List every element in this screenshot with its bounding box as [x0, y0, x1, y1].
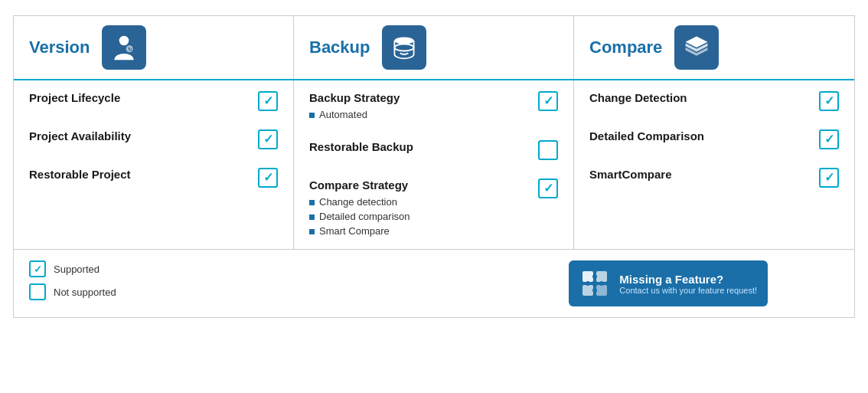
change-detection-checkbox [819, 91, 839, 111]
svg-point-14 [592, 288, 597, 293]
missing-feature-text-block: Missing a Feature? Contact us with your … [619, 273, 757, 295]
feature-compare-strategy: Compare Strategy Change detection Detail… [309, 178, 558, 238]
feature-restorable-project-name: Restorable Project [29, 168, 247, 181]
missing-feature-title: Missing a Feature? [619, 273, 757, 286]
bullet-change-detection: Change detection [309, 195, 527, 209]
person-icon: ↻ [110, 34, 138, 61]
feature-backup-strategy: Backup Strategy Automated [309, 91, 558, 122]
missing-feature-subtitle: Contact us with your feature request! [619, 286, 757, 295]
feature-change-detection: Change Detection [589, 91, 839, 111]
feature-smart-compare-name: SmartCompare [589, 168, 808, 181]
svg-point-0 [119, 36, 129, 46]
svg-text:↻: ↻ [129, 46, 133, 53]
svg-point-3 [395, 38, 414, 44]
restorable-backup-checkbox [538, 140, 558, 160]
bullet-square-icon [309, 113, 315, 118]
version-col: Project Lifecycle Project Availability R… [14, 80, 294, 249]
feature-detailed-comparison-text: Detailed Comparison [589, 129, 808, 146]
legend-not-supported-label: Not supported [54, 287, 116, 298]
version-icon-container: ↻ [102, 25, 146, 70]
legend-supported-label: Supported [54, 264, 100, 275]
feature-restorable-project: Restorable Project [29, 168, 278, 188]
svg-marker-7 [686, 47, 708, 56]
backup-strategy-bullets: Automated [309, 107, 527, 122]
bullet-detailed-comparison: Detailed comparison [309, 209, 527, 224]
detailed-comparison-checkbox [819, 129, 839, 149]
bullet-square-icon [309, 215, 315, 220]
content-row: Project Lifecycle Project Availability R… [14, 80, 854, 249]
feature-project-lifecycle-text: Project Lifecycle [29, 91, 247, 107]
legend-not-supported-checkbox [29, 283, 46, 300]
compare-col: Change Detection Detailed Comparison Sma… [574, 80, 854, 249]
smart-compare-checkbox [819, 168, 839, 188]
feature-restorable-backup: Restorable Backup [309, 140, 558, 160]
compare-strategy-checkbox [538, 178, 558, 198]
header-compare-title: Compare [589, 38, 662, 57]
feature-project-lifecycle-name: Project Lifecycle [29, 91, 247, 104]
feature-restorable-backup-text: Restorable Backup [309, 140, 527, 156]
feature-change-detection-text: Change Detection [589, 91, 808, 107]
svg-point-15 [599, 281, 604, 286]
bottom-row: Supported Not supported [14, 249, 854, 317]
svg-rect-11 [596, 285, 607, 296]
svg-point-12 [592, 274, 597, 279]
compare-icon-container [674, 25, 719, 70]
feature-backup-strategy-text: Backup Strategy Automated [309, 91, 527, 122]
header-backup-title: Backup [309, 38, 370, 57]
bullet-square-icon [309, 229, 315, 234]
puzzle-icon [579, 268, 610, 299]
svg-rect-8 [582, 271, 593, 282]
bullet-smart-compare: Smart Compare [309, 224, 527, 238]
legend-supported: Supported [29, 260, 299, 277]
legend-supported-checkbox [29, 260, 46, 277]
header-version: Version ↻ [14, 16, 294, 79]
feature-compare-strategy-text: Compare Strategy Change detection Detail… [309, 178, 527, 238]
backup-icon-container [382, 25, 426, 70]
bullet-square-icon [309, 200, 315, 205]
bullet-automated: Automated [309, 107, 527, 122]
compare-strategy-bullets: Change detection Detailed comparison Sma… [309, 195, 527, 238]
header-version-title: Version [29, 38, 90, 57]
feature-backup-strategy-name: Backup Strategy [309, 91, 527, 104]
header-compare: Compare [574, 16, 854, 79]
feature-smart-compare: SmartCompare [589, 168, 839, 188]
missing-feature-col: Missing a Feature? Contact us with your … [569, 260, 839, 306]
restorable-project-checkbox [258, 168, 278, 188]
legend-col: Supported Not supported [29, 260, 299, 300]
feature-project-availability-text: Project Availability [29, 129, 247, 146]
legend-not-supported: Not supported [29, 283, 299, 300]
header-backup: Backup [294, 16, 574, 79]
svg-rect-9 [596, 271, 607, 282]
project-availability-checkbox [258, 129, 278, 149]
feature-project-availability: Project Availability [29, 129, 278, 149]
feature-project-lifecycle: Project Lifecycle [29, 91, 278, 111]
svg-point-4 [395, 44, 414, 51]
header-row: Version ↻ Backup [14, 16, 854, 80]
feature-project-availability-name: Project Availability [29, 129, 247, 142]
backup-col: Backup Strategy Automated Restorable Bac… [294, 80, 574, 249]
feature-comparison-table: Version ↻ Backup [13, 15, 855, 318]
layers-icon [683, 34, 710, 61]
backup-strategy-checkbox [538, 91, 558, 111]
svg-point-13 [586, 281, 590, 286]
feature-change-detection-name: Change Detection [589, 91, 808, 104]
project-lifecycle-checkbox [258, 91, 278, 111]
svg-rect-10 [582, 285, 593, 296]
feature-restorable-project-text: Restorable Project [29, 168, 247, 184]
missing-feature-banner[interactable]: Missing a Feature? Contact us with your … [569, 260, 768, 306]
feature-detailed-comparison-name: Detailed Comparison [589, 129, 808, 142]
feature-restorable-backup-name: Restorable Backup [309, 140, 527, 153]
database-icon [390, 34, 418, 61]
feature-detailed-comparison: Detailed Comparison [589, 129, 839, 149]
feature-smart-compare-text: SmartCompare [589, 168, 808, 184]
feature-compare-strategy-name: Compare Strategy [309, 178, 527, 192]
